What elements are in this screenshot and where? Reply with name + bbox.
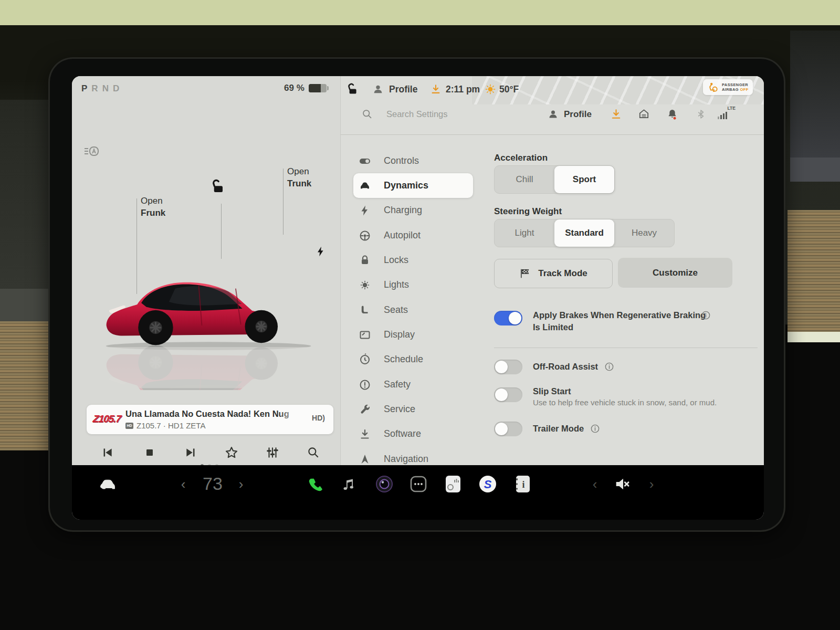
- lock-status-icon[interactable]: [345, 83, 359, 97]
- right-trim-highlight: [788, 332, 840, 342]
- off-road-assist-toggle[interactable]: [494, 360, 522, 374]
- acceleration-segmented-control: Chill Sport: [494, 165, 615, 194]
- tab-locks[interactable]: Locks: [341, 248, 477, 272]
- display-icon: [359, 329, 371, 341]
- gear-r[interactable]: R: [91, 83, 102, 93]
- tab-software[interactable]: Software: [341, 422, 477, 446]
- app-launcher-bar: ‹ 73 › S i ‹: [72, 465, 764, 520]
- music-app-button[interactable]: [338, 472, 359, 496]
- tab-display[interactable]: Display: [341, 322, 477, 347]
- manual-app-button[interactable]: i: [512, 472, 533, 496]
- gear-n[interactable]: N: [102, 83, 113, 93]
- unlock-icon[interactable]: [209, 179, 225, 195]
- volume-up-button[interactable]: ›: [643, 475, 660, 494]
- acceleration-label: Acceleration: [494, 153, 548, 163]
- slip-start-toggle[interactable]: [494, 387, 522, 402]
- tab-seats[interactable]: Seats: [341, 298, 477, 322]
- left-trim-silver: [0, 289, 50, 321]
- next-track-button[interactable]: [183, 444, 199, 461]
- update-download-icon[interactable]: [430, 83, 442, 95]
- outside-temp[interactable]: 50°F: [499, 84, 519, 95]
- tab-dynamics[interactable]: Dynamics: [341, 173, 477, 198]
- sun-icon: [485, 83, 496, 95]
- tesla-cabin-photo: PRND 69 % Open Frunk: [0, 0, 840, 630]
- person-icon: [548, 109, 559, 120]
- gear-d[interactable]: D: [113, 83, 123, 93]
- open-trunk-button[interactable]: Open Trunk: [287, 165, 311, 190]
- tab-schedule[interactable]: Schedule: [341, 347, 477, 372]
- temp-down-button[interactable]: ‹: [175, 475, 192, 494]
- svg-text:2: 2: [713, 89, 715, 92]
- tab-controls[interactable]: Controls: [341, 149, 477, 173]
- volume-down-button[interactable]: ‹: [586, 475, 603, 494]
- checkered-flag-icon: [519, 268, 531, 279]
- steering-wheel-icon: [359, 229, 371, 242]
- tab-navigation[interactable]: Navigation: [341, 447, 477, 465]
- steering-option-light[interactable]: Light: [495, 219, 554, 247]
- regen-brakes-toggle[interactable]: [494, 311, 522, 326]
- software-download-icon[interactable]: [610, 108, 622, 120]
- left-wood-trim: [0, 321, 52, 450]
- station-line: HD Z105.7 · HD1 ZETA: [125, 421, 205, 430]
- search-input[interactable]: Search Settings: [362, 109, 447, 120]
- tab-safety[interactable]: Safety: [341, 372, 477, 397]
- passenger-airbag-badge: 2 PASSENGER AIRBAG OFF: [703, 79, 753, 95]
- notifications-bell-icon[interactable]: [666, 108, 678, 120]
- tab-service[interactable]: Service: [341, 397, 477, 422]
- equalizer-button[interactable]: [265, 444, 280, 461]
- header-divider: [341, 134, 764, 135]
- bluetooth-icon[interactable]: [696, 108, 707, 120]
- alert-icon: [359, 379, 371, 391]
- svg-text:S: S: [484, 478, 492, 491]
- light-icon: [359, 279, 371, 291]
- homelink-icon[interactable]: [638, 108, 650, 120]
- info-icon[interactable]: [590, 424, 600, 434]
- acceleration-option-sport[interactable]: Sport: [554, 166, 614, 193]
- trailer-mode-toggle[interactable]: [494, 422, 522, 436]
- driver-profile-button[interactable]: Profile: [372, 83, 417, 95]
- settings-panel: Profile 2:11 pm 50°F 2 PASSENGER AIRBAG …: [340, 76, 764, 465]
- tab-autopilot[interactable]: Autopilot: [341, 223, 477, 248]
- stop-button[interactable]: [142, 444, 158, 461]
- tab-charging[interactable]: Charging: [341, 198, 477, 223]
- temp-up-button[interactable]: ›: [233, 475, 249, 494]
- media-player-card[interactable]: Z105.7 Una Llamada No Cuesta Nada! Ken N…: [87, 405, 333, 434]
- info-icon[interactable]: [604, 362, 614, 372]
- steering-segmented-control: Light Standard Heavy: [494, 219, 675, 247]
- previous-track-button[interactable]: [99, 444, 115, 461]
- steering-option-standard[interactable]: Standard: [554, 219, 614, 247]
- section-divider: [494, 348, 758, 348]
- off-road-assist-row: Off-Road Assist: [533, 361, 614, 373]
- radio-app-button[interactable]: [443, 472, 464, 496]
- vehicle-controls-button[interactable]: [97, 474, 118, 495]
- customize-button[interactable]: Customize: [618, 258, 732, 288]
- regen-brakes-label: Apply Brakes When Regenerative Braking I…: [533, 309, 706, 333]
- steering-weight-label: Steering Weight: [494, 206, 562, 217]
- gear-indicator[interactable]: PRND: [81, 83, 123, 94]
- trailer-mode-row: Trailer Mode: [533, 423, 600, 435]
- settings-profile-button[interactable]: Profile: [548, 109, 592, 120]
- camera-app-button[interactable]: [373, 472, 395, 496]
- phone-app-button[interactable]: [304, 472, 325, 496]
- favorite-button[interactable]: [224, 444, 239, 461]
- gear-p[interactable]: P: [81, 83, 91, 93]
- mute-button[interactable]: [611, 472, 634, 496]
- acceleration-option-chill[interactable]: Chill: [495, 166, 554, 193]
- wall-background: [0, 0, 840, 25]
- headlight-indicator-icon: [83, 145, 99, 157]
- vehicle-status-panel: PRND 69 % Open Frunk: [72, 76, 340, 465]
- media-search-button[interactable]: [306, 444, 321, 461]
- steering-option-heavy[interactable]: Heavy: [614, 219, 674, 247]
- track-mode-button[interactable]: Track Mode: [494, 259, 613, 288]
- track-title: Una Llamada No Cuesta Nada! Ken Nug: [125, 409, 302, 419]
- more-apps-button[interactable]: [408, 474, 429, 495]
- info-icon[interactable]: [701, 310, 711, 320]
- tab-lights[interactable]: Lights: [341, 272, 477, 297]
- download-icon: [359, 428, 371, 440]
- open-frunk-button[interactable]: Open Frunk: [141, 195, 165, 219]
- cabin-temp-display[interactable]: 73: [194, 470, 232, 497]
- vehicle-render[interactable]: [98, 217, 324, 390]
- right-wood-trim: [788, 210, 840, 332]
- right-shade: [790, 30, 840, 177]
- streaming-app-button[interactable]: S: [477, 472, 498, 496]
